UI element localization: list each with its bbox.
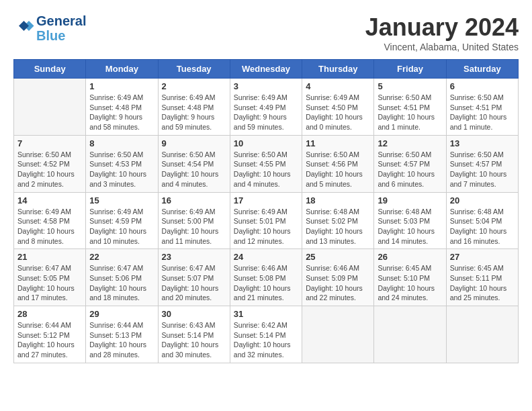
calendar-cell (374, 306, 446, 363)
calendar-title: January 2024 (365, 13, 519, 42)
calendar-cell: 11Sunrise: 6:50 AMSunset: 4:56 PMDayligh… (302, 135, 374, 192)
day-info: Sunrise: 6:50 AMSunset: 4:57 PMDaylight:… (378, 150, 442, 189)
day-header-sunday: Sunday (14, 60, 86, 79)
calendar-cell: 17Sunrise: 6:49 AMSunset: 5:01 PMDayligh… (230, 192, 302, 249)
calendar-table: SundayMondayTuesdayWednesdayThursdayFrid… (13, 59, 519, 363)
calendar-week-row: 7Sunrise: 6:50 AMSunset: 4:52 PMDaylight… (14, 135, 519, 192)
calendar-cell: 28Sunrise: 6:44 AMSunset: 5:12 PMDayligh… (14, 306, 86, 363)
calendar-cell: 20Sunrise: 6:48 AMSunset: 5:04 PMDayligh… (446, 192, 518, 249)
day-number: 25 (306, 252, 370, 262)
calendar-cell: 22Sunrise: 6:47 AMSunset: 5:06 PMDayligh… (86, 249, 158, 306)
day-info: Sunrise: 6:44 AMSunset: 5:13 PMDaylight:… (89, 320, 154, 360)
day-number: 31 (234, 309, 298, 319)
day-info: Sunrise: 6:46 AMSunset: 5:09 PMDaylight:… (306, 263, 370, 303)
day-header-monday: Monday (86, 60, 158, 79)
calendar-title-block: January 2024 Vincent, Alabama, United St… (365, 13, 519, 52)
day-number: 29 (89, 309, 154, 319)
day-info: Sunrise: 6:49 AMSunset: 4:48 PMDaylight:… (89, 93, 154, 132)
day-info: Sunrise: 6:42 AMSunset: 5:14 PMDaylight:… (234, 320, 298, 360)
day-info: Sunrise: 6:48 AMSunset: 5:02 PMDaylight:… (306, 207, 370, 246)
day-number: 7 (17, 138, 82, 148)
day-info: Sunrise: 6:46 AMSunset: 5:08 PMDaylight:… (234, 263, 298, 303)
calendar-cell: 29Sunrise: 6:44 AMSunset: 5:13 PMDayligh… (86, 306, 158, 363)
calendar-cell: 8Sunrise: 6:50 AMSunset: 4:53 PMDaylight… (86, 135, 158, 192)
calendar-cell: 27Sunrise: 6:45 AMSunset: 5:11 PMDayligh… (446, 249, 518, 306)
logo: General Blue (13, 13, 86, 43)
day-info: Sunrise: 6:50 AMSunset: 4:56 PMDaylight:… (306, 150, 370, 189)
day-number: 27 (450, 252, 515, 262)
day-number: 14 (17, 195, 82, 205)
day-info: Sunrise: 6:50 AMSunset: 4:55 PMDaylight:… (234, 150, 298, 189)
calendar-cell: 30Sunrise: 6:43 AMSunset: 5:14 PMDayligh… (158, 306, 230, 363)
day-info: Sunrise: 6:49 AMSunset: 5:00 PMDaylight:… (162, 207, 226, 246)
calendar-week-row: 1Sunrise: 6:49 AMSunset: 4:48 PMDaylight… (14, 79, 519, 136)
day-number: 11 (306, 138, 370, 148)
calendar-cell: 15Sunrise: 6:49 AMSunset: 4:59 PMDayligh… (86, 192, 158, 249)
day-info: Sunrise: 6:47 AMSunset: 5:06 PMDaylight:… (89, 263, 154, 303)
day-number: 21 (17, 252, 82, 262)
day-number: 2 (162, 81, 226, 91)
day-number: 19 (378, 195, 442, 205)
day-info: Sunrise: 6:50 AMSunset: 4:54 PMDaylight:… (162, 150, 226, 189)
calendar-cell: 18Sunrise: 6:48 AMSunset: 5:02 PMDayligh… (302, 192, 374, 249)
calendar-cell: 24Sunrise: 6:46 AMSunset: 5:08 PMDayligh… (230, 249, 302, 306)
day-number: 13 (450, 138, 515, 148)
day-number: 5 (378, 81, 442, 91)
calendar-cell: 19Sunrise: 6:48 AMSunset: 5:03 PMDayligh… (374, 192, 446, 249)
logo-icon (15, 17, 35, 37)
calendar-week-row: 14Sunrise: 6:49 AMSunset: 4:58 PMDayligh… (14, 192, 519, 249)
day-number: 22 (89, 252, 154, 262)
calendar-cell: 23Sunrise: 6:47 AMSunset: 5:07 PMDayligh… (158, 249, 230, 306)
day-info: Sunrise: 6:47 AMSunset: 5:07 PMDaylight:… (162, 263, 226, 303)
calendar-cell (446, 306, 518, 363)
day-info: Sunrise: 6:50 AMSunset: 4:51 PMDaylight:… (378, 93, 442, 132)
day-info: Sunrise: 6:48 AMSunset: 5:04 PMDaylight:… (450, 207, 515, 246)
day-number: 30 (162, 309, 226, 319)
day-number: 6 (450, 81, 515, 91)
day-header-tuesday: Tuesday (158, 60, 230, 79)
day-info: Sunrise: 6:49 AMSunset: 4:49 PMDaylight:… (234, 93, 298, 132)
calendar-cell: 4Sunrise: 6:49 AMSunset: 4:50 PMDaylight… (302, 79, 374, 136)
day-number: 28 (17, 309, 82, 319)
day-info: Sunrise: 6:49 AMSunset: 4:58 PMDaylight:… (17, 207, 82, 246)
calendar-week-row: 21Sunrise: 6:47 AMSunset: 5:05 PMDayligh… (14, 249, 519, 306)
day-info: Sunrise: 6:50 AMSunset: 4:51 PMDaylight:… (450, 93, 515, 132)
calendar-cell: 12Sunrise: 6:50 AMSunset: 4:57 PMDayligh… (374, 135, 446, 192)
calendar-cell: 14Sunrise: 6:49 AMSunset: 4:58 PMDayligh… (14, 192, 86, 249)
calendar-cell: 13Sunrise: 6:50 AMSunset: 4:57 PMDayligh… (446, 135, 518, 192)
calendar-cell: 16Sunrise: 6:49 AMSunset: 5:00 PMDayligh… (158, 192, 230, 249)
day-info: Sunrise: 6:50 AMSunset: 4:52 PMDaylight:… (17, 150, 82, 189)
day-info: Sunrise: 6:49 AMSunset: 5:01 PMDaylight:… (234, 207, 298, 246)
day-header-friday: Friday (374, 60, 446, 79)
day-info: Sunrise: 6:44 AMSunset: 5:12 PMDaylight:… (17, 320, 82, 360)
calendar-week-row: 28Sunrise: 6:44 AMSunset: 5:12 PMDayligh… (14, 306, 519, 363)
calendar-cell: 2Sunrise: 6:49 AMSunset: 4:48 PMDaylight… (158, 79, 230, 136)
calendar-cell: 3Sunrise: 6:49 AMSunset: 4:49 PMDaylight… (230, 79, 302, 136)
day-number: 8 (89, 138, 154, 148)
day-number: 12 (378, 138, 442, 148)
calendar-cell: 31Sunrise: 6:42 AMSunset: 5:14 PMDayligh… (230, 306, 302, 363)
day-info: Sunrise: 6:43 AMSunset: 5:14 PMDaylight:… (162, 320, 226, 360)
logo-general: General (36, 13, 86, 28)
day-info: Sunrise: 6:50 AMSunset: 4:57 PMDaylight:… (450, 150, 515, 189)
calendar-cell: 21Sunrise: 6:47 AMSunset: 5:05 PMDayligh… (14, 249, 86, 306)
day-number: 24 (234, 252, 298, 262)
day-info: Sunrise: 6:48 AMSunset: 5:03 PMDaylight:… (378, 207, 442, 246)
day-number: 16 (162, 195, 226, 205)
day-number: 4 (306, 81, 370, 91)
day-number: 3 (234, 81, 298, 91)
day-number: 26 (378, 252, 442, 262)
day-info: Sunrise: 6:45 AMSunset: 5:10 PMDaylight:… (378, 263, 442, 303)
calendar-cell: 7Sunrise: 6:50 AMSunset: 4:52 PMDaylight… (14, 135, 86, 192)
calendar-header-row: SundayMondayTuesdayWednesdayThursdayFrid… (14, 60, 519, 79)
day-header-thursday: Thursday (302, 60, 374, 79)
day-number: 15 (89, 195, 154, 205)
day-info: Sunrise: 6:47 AMSunset: 5:05 PMDaylight:… (17, 263, 82, 303)
calendar-cell: 9Sunrise: 6:50 AMSunset: 4:54 PMDaylight… (158, 135, 230, 192)
day-info: Sunrise: 6:49 AMSunset: 4:50 PMDaylight:… (306, 93, 370, 132)
day-number: 17 (234, 195, 298, 205)
day-number: 1 (89, 81, 154, 91)
day-header-wednesday: Wednesday (230, 60, 302, 79)
calendar-cell (302, 306, 374, 363)
page-header: General Blue January 2024 Vincent, Alaba… (13, 13, 519, 52)
